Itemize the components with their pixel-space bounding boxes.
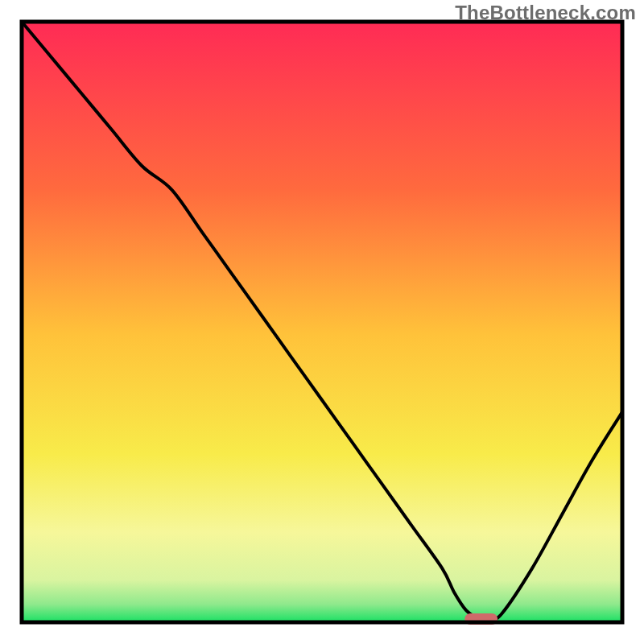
watermark-text: TheBottleneck.com [455,2,636,24]
chart-svg [0,0,644,644]
gradient-background [22,22,622,622]
chart-stage: TheBottleneck.com [0,0,644,644]
